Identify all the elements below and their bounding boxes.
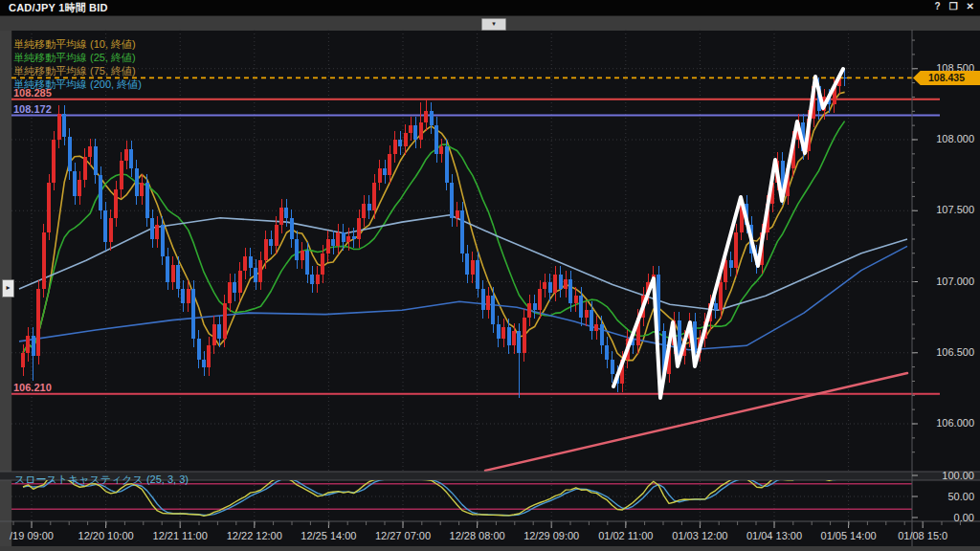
price-axis-label: 107.000 — [919, 276, 974, 287]
candle-body — [243, 256, 247, 271]
candle-body — [310, 275, 314, 284]
stoch-axis-label: 0.00 — [919, 512, 974, 523]
candle-body — [517, 331, 521, 352]
candle-body — [269, 239, 273, 246]
candle-body — [346, 236, 350, 242]
time-axis-label: 12/25 14:00 — [292, 530, 365, 541]
candle-body — [57, 114, 61, 140]
candle-body — [249, 256, 253, 268]
candle-body — [439, 146, 443, 153]
candle-body — [843, 77, 847, 78]
candle-body — [342, 232, 345, 242]
candle-body — [171, 265, 175, 282]
candle-body — [611, 360, 614, 374]
candle-body — [481, 289, 485, 310]
sma10-line — [23, 92, 845, 360]
candle-body — [352, 236, 356, 239]
candle-body — [543, 282, 546, 289]
time-axis-label: 12/22 12:00 — [218, 530, 291, 541]
candle-body — [290, 218, 294, 239]
candle-body — [430, 111, 434, 125]
candle-body — [284, 208, 288, 217]
candle-body — [36, 289, 40, 356]
candle-body — [393, 140, 397, 154]
price-axis-label: 107.500 — [919, 204, 974, 215]
candle-body — [217, 324, 221, 339]
candle-body — [527, 303, 531, 318]
candle-body — [233, 282, 236, 294]
candle-body — [590, 310, 593, 331]
candle-body — [585, 310, 589, 317]
candle-body — [357, 218, 361, 239]
candle-body — [275, 225, 278, 246]
candle-body — [124, 149, 128, 161]
candle-body — [568, 279, 572, 303]
candle-body — [109, 218, 113, 242]
candle-body — [594, 324, 598, 331]
trading-app-window: CAD/JPY 1時間 BID ? ❐ ✕ ▾ ▸ 単純移動平均線 (10, 終… — [0, 0, 980, 551]
candles-group — [21, 69, 847, 399]
price-level-label-3: 106.210 — [13, 382, 52, 393]
candle-body — [512, 331, 516, 345]
zigzag-annotation — [613, 69, 843, 398]
candle-body — [197, 339, 201, 360]
candle-body — [372, 183, 376, 211]
time-axis-label: 12/27 07:00 — [367, 530, 439, 541]
candle-body — [187, 289, 190, 303]
candle-body — [605, 345, 609, 360]
candle-body — [383, 168, 387, 175]
candle-body — [295, 239, 299, 260]
candle-body — [135, 168, 139, 197]
time-axis-label: 01/04 13:00 — [738, 530, 811, 541]
price-chart[interactable] — [0, 0, 980, 551]
candle-body — [409, 125, 412, 132]
candle-body — [301, 251, 304, 260]
candle-body — [145, 183, 149, 218]
candle-body — [321, 253, 324, 275]
panel-expand-button[interactable]: ▸ — [2, 279, 14, 298]
time-axis-label: 01/02 11:00 — [590, 530, 662, 541]
candle-body — [559, 275, 563, 289]
candle-body — [579, 296, 583, 317]
time-axis-label: 01/08 15:0 — [886, 530, 959, 541]
candle-body — [258, 260, 262, 281]
candle-body — [114, 189, 118, 218]
stochastic-label: スローストキャスティクス (25, 3, 3) — [14, 473, 189, 487]
candle-body — [238, 271, 242, 294]
candle-body — [212, 324, 216, 345]
candle-body — [460, 210, 464, 253]
time-axis-label: 12/28 08:00 — [441, 530, 514, 541]
candle-body — [62, 114, 66, 137]
candle-body — [202, 360, 206, 366]
trendline-annotation — [485, 373, 907, 471]
candle-body — [378, 168, 382, 183]
time-axis-label: 12/20 10:00 — [70, 530, 143, 541]
candle-body — [88, 146, 92, 156]
candle-body — [476, 260, 479, 289]
price-level-label-1: 108.285 — [13, 87, 52, 99]
candle-body — [73, 171, 77, 197]
candle-body — [228, 282, 232, 303]
legend-item: 単純移動平均線 (75, 終値) — [13, 64, 142, 77]
candle-body — [331, 239, 335, 246]
candle-body — [26, 336, 30, 353]
candle-body — [150, 218, 154, 239]
candle-body — [166, 256, 169, 282]
price-axis-label: 108.000 — [919, 133, 974, 144]
candle-body — [413, 125, 417, 140]
legend-item: 単純移動平均線 (25, 終値) — [13, 51, 142, 64]
candle-body — [326, 239, 330, 253]
candle-body — [52, 140, 56, 183]
candle-body — [553, 275, 557, 293]
candle-body — [78, 180, 81, 197]
candle-body — [719, 282, 723, 311]
candle-body — [279, 208, 283, 225]
candle-body — [486, 296, 490, 310]
candle-body — [264, 239, 268, 260]
candle-body — [191, 289, 195, 339]
candle-body — [714, 303, 718, 310]
candle-body — [445, 146, 449, 182]
candle-body — [497, 324, 501, 339]
candle-body — [32, 336, 35, 356]
time-axis-label: 01/03 12:00 — [663, 530, 736, 541]
